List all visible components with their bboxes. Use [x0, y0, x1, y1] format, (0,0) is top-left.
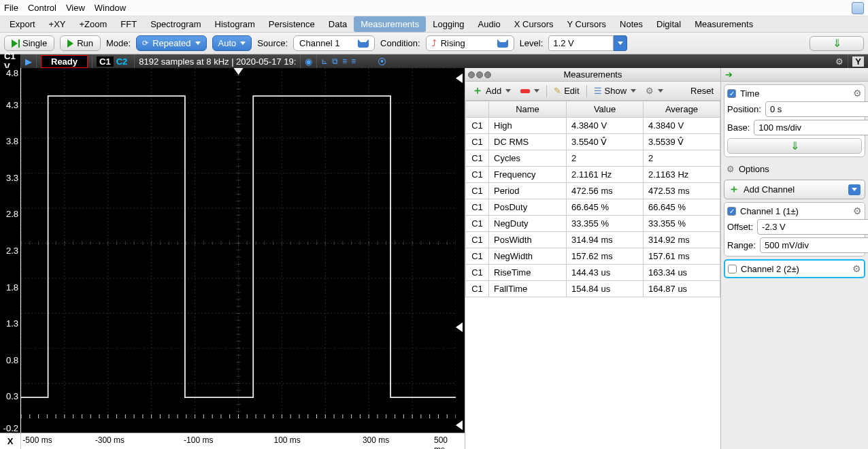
tab-notes[interactable]: Notes [613, 16, 650, 32]
table-row[interactable]: C1FallTime154.84 us164.87 us [466, 281, 720, 297]
table-row[interactable]: C1Period472.56 ms472.53 ms [466, 183, 720, 199]
tab-spectrogram[interactable]: Spectrogram [144, 16, 207, 32]
remove-measurement-button[interactable] [518, 88, 542, 95]
table-row[interactable]: C1DC RMS3.5540 V̂3.5539 V̂ [466, 134, 720, 150]
cell-name: Period [489, 183, 567, 199]
position-input[interactable] [765, 101, 868, 117]
gear-icon[interactable]: ⚙ [852, 263, 861, 274]
plot-settings-icon[interactable]: ⚙ [831, 56, 848, 67]
table-row[interactable]: C1High4.3840 V4.3840 V [466, 118, 720, 134]
tab-digital[interactable]: Digital [650, 16, 688, 32]
x-axis-tag[interactable]: X [0, 433, 21, 449]
options-row[interactable]: ⚙Options [724, 163, 865, 176]
tab-y-cursors[interactable]: Y Cursors [561, 16, 614, 32]
tab-fft[interactable]: FFT [114, 16, 144, 32]
gear-icon[interactable]: ⚙ [853, 205, 862, 216]
table-header[interactable] [466, 101, 489, 118]
level-dropdown[interactable] [614, 35, 627, 51]
y-tick: 3.8 [6, 136, 18, 146]
table-row[interactable]: C1Cycles22 [466, 150, 720, 167]
position-label: Position: [727, 104, 761, 114]
table-row[interactable]: C1NegDuty33.355 %33.355 % [466, 216, 720, 232]
tab--zoom[interactable]: +Zoom [73, 16, 114, 32]
cell-avg: 2.1163 Hz [644, 167, 720, 183]
show-measurement-button[interactable]: ☰Show [591, 84, 639, 97]
table-row[interactable]: C1RiseTime144.43 us163.34 us [466, 265, 720, 281]
measurements-panel: Measurements ＋Add ✎Edit ☰Show ⚙ Reset Na… [465, 68, 720, 449]
tab-data[interactable]: Data [322, 16, 354, 32]
cell-value: 154.84 us [567, 281, 644, 297]
time-checkbox[interactable] [727, 89, 736, 98]
tab-histogram[interactable]: Histogram [208, 16, 262, 32]
mode-select[interactable]: ⟳Repeated [136, 35, 206, 51]
channel-2-checkbox[interactable] [728, 265, 737, 273]
toolbar-tabs: Export+XY+ZoomFFTSpectrogramHistogramPer… [0, 16, 868, 33]
tab--xy[interactable]: +XY [42, 16, 73, 32]
tool-icon-1[interactable]: ⊾ [321, 56, 328, 66]
tool-icon-4[interactable]: ≡ [351, 56, 356, 66]
cell-value: 33.355 % [567, 216, 644, 232]
tab-measurements[interactable]: Measurements [354, 16, 426, 32]
offset-input[interactable] [757, 219, 868, 235]
c2-tag[interactable]: C2 [114, 56, 131, 67]
tab-measurements[interactable]: Measurements [688, 16, 760, 32]
add-channel-button[interactable]: ＋Add Channel [724, 180, 865, 199]
download-button[interactable]: ⇓ [809, 36, 864, 51]
time-center-button[interactable]: ⇓ [727, 138, 862, 154]
cell-name: RiseTime [489, 265, 567, 281]
channel-1-checkbox[interactable] [727, 207, 736, 216]
marker-trig-icon[interactable] [456, 322, 463, 332]
run-button[interactable]: Run [60, 35, 101, 51]
zoom-icon[interactable]: ⦿ [373, 54, 390, 68]
condition-select[interactable]: ⤴Rising [426, 35, 514, 51]
tab-logging[interactable]: Logging [426, 16, 471, 32]
tab-audio[interactable]: Audio [471, 16, 507, 32]
oscilloscope-plot[interactable] [21, 68, 456, 433]
channel-2-box[interactable]: Channel 2 (2±)⚙ [724, 259, 865, 278]
c1-tag[interactable]: C1 [97, 56, 114, 67]
single-button[interactable]: Single [4, 35, 54, 51]
table-header[interactable]: Average [644, 101, 720, 118]
status-clock-icon[interactable]: ◉ [301, 54, 317, 68]
measurement-settings-button[interactable]: ⚙ [643, 84, 666, 97]
cell-ch: C1 [466, 248, 489, 265]
level-input[interactable] [548, 35, 627, 51]
range-input[interactable] [760, 237, 868, 253]
tool-icon-3[interactable]: ≡ [342, 56, 347, 66]
table-row[interactable]: C1PosDuty66.645 %66.645 % [466, 199, 720, 216]
window-icon[interactable] [852, 2, 864, 14]
tab-persistence[interactable]: Persistence [262, 16, 322, 32]
table-row[interactable]: C1NegWidth157.62 ms157.61 ms [466, 248, 720, 265]
table-row[interactable]: C1PosWidth314.94 ms314.92 ms [466, 232, 720, 248]
level-field[interactable] [548, 35, 614, 51]
list-icon: ☰ [594, 86, 602, 96]
gear-icon[interactable]: ⚙ [853, 88, 862, 99]
menu-view[interactable]: View [66, 3, 85, 13]
source-label: Source: [257, 38, 288, 48]
marker-top-icon[interactable] [456, 73, 463, 83]
tool-icon-2[interactable]: ⧉ [332, 56, 338, 66]
menu-window[interactable]: Window [95, 3, 126, 13]
marker-bottom-icon[interactable] [456, 420, 463, 430]
table-header[interactable]: Value [567, 101, 644, 118]
edit-measurement-button[interactable]: ✎Edit [551, 84, 582, 97]
y-tick: 2.3 [6, 246, 18, 256]
add-channel-dropdown[interactable] [848, 184, 861, 195]
add-measurement-button[interactable]: ＋Add [469, 82, 514, 99]
trigger-mode-select[interactable]: Auto [212, 35, 252, 51]
menu-file[interactable]: File [4, 3, 18, 13]
cell-avg: 3.5539 V̂ [644, 134, 720, 150]
menu-control[interactable]: Control [28, 3, 56, 13]
chevron-right-icon[interactable]: ▶ [21, 54, 37, 68]
base-input[interactable] [754, 120, 868, 135]
table-row[interactable]: C1Frequency2.1161 Hz2.1163 Hz [466, 167, 720, 183]
tab-export[interactable]: Export [3, 16, 42, 32]
y-axis-tag[interactable]: Y [852, 56, 864, 67]
table-header[interactable]: Name [489, 101, 567, 118]
source-select[interactable]: Channel 1 [293, 35, 375, 51]
reset-measurements-button[interactable]: Reset [688, 84, 716, 97]
measurements-table: NameValueAverage C1High4.3840 V4.3840 VC… [465, 101, 720, 297]
cell-value: 2.1161 Hz [567, 167, 644, 183]
tab-x-cursors[interactable]: X Cursors [507, 16, 561, 32]
y-tick: 4.3 [6, 99, 18, 110]
